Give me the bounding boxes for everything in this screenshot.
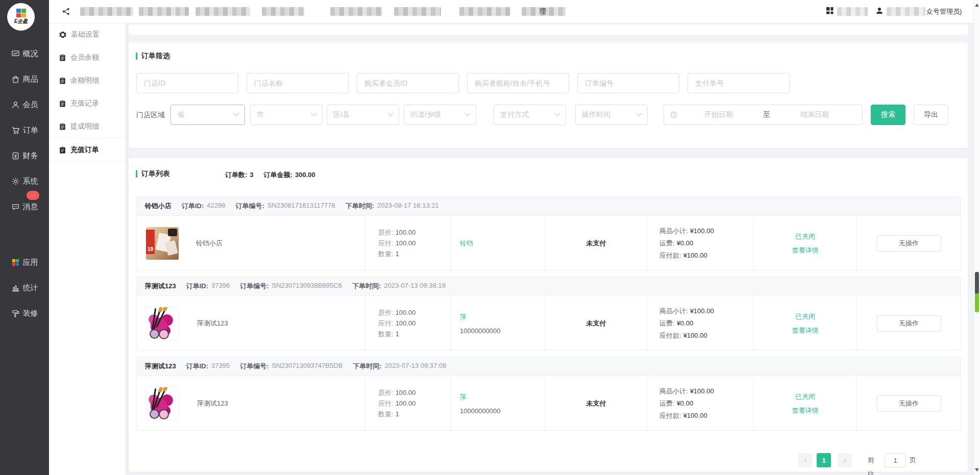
share-icon[interactable] (62, 8, 70, 15)
no-operation-button[interactable]: 无操作 (877, 315, 941, 332)
payment-method-placeholder: 支付方式 (500, 110, 529, 119)
buyer-name[interactable]: 铃铛 (460, 239, 545, 248)
action-cell: 无操作 (856, 376, 961, 431)
submenu-item-basic-settings[interactable]: 基础设置 (49, 23, 126, 46)
goto-page-input[interactable] (885, 453, 906, 467)
sidebar-item-overview[interactable]: 概况 (0, 41, 49, 66)
scrollbar-thumb-highlight[interactable] (975, 293, 979, 312)
account-name-censored[interactable] (887, 7, 925, 16)
apps-icon (11, 258, 20, 267)
submenu-item-recharge-orders[interactable]: 充值订单 (49, 138, 126, 162)
buyer-name-phone-input[interactable] (467, 73, 569, 93)
submenu-item-commission-detail[interactable]: 提成明细 (49, 115, 126, 138)
pay-status: 未支付 (586, 319, 606, 328)
payment-sn-input[interactable] (688, 73, 790, 93)
order-sn: 订单编号:SN2307130938B695C6 (240, 282, 342, 291)
tab-censored-4[interactable] (262, 7, 304, 16)
tab-text-fragment: 理 (539, 7, 546, 16)
sidebar-item-goods[interactable]: 商品 (0, 66, 49, 92)
product-name: 铃铛小店 (196, 239, 223, 248)
scroll-down-arrow[interactable] (975, 468, 979, 471)
order-sn: 订单编号:SN2308171613117778 (236, 202, 335, 211)
sidebar-item-members[interactable]: 会员 (0, 92, 49, 117)
district-select[interactable]: 区/县 (327, 105, 399, 125)
operation-time-placeholder: 操作时间 (582, 110, 610, 119)
end-date-placeholder: 结束日期 (773, 110, 856, 119)
chevron-down-icon (554, 111, 560, 116)
order-row: 铃铛小店 订单ID:42298 订单编号:SN2308171613117778 … (136, 196, 961, 270)
prev-page-button[interactable]: ‹ (798, 453, 813, 467)
submenu-item-balance-detail[interactable]: 余额明细 (49, 69, 126, 92)
order-id: 订单ID:42298 (182, 202, 226, 211)
scrollbar-thumb[interactable] (975, 272, 979, 293)
pay-status: 未支付 (586, 239, 606, 248)
buyer-member-id-input[interactable] (357, 73, 459, 93)
current-page-button[interactable]: 1 (817, 453, 831, 467)
scrollbar[interactable] (973, 0, 980, 475)
province-select-placeholder: 省 (177, 110, 184, 119)
street-select[interactable]: 街道/乡镇 (404, 105, 476, 125)
submenu-item-label: 充值记录 (70, 99, 99, 108)
buyer-name[interactable]: 萍 (460, 313, 545, 322)
finance-icon (11, 152, 20, 160)
sidebar-item-design[interactable]: 装修 (0, 301, 49, 326)
tab-censored-7[interactable] (459, 7, 510, 16)
pay-status-cell: 未支付 (545, 296, 647, 351)
tab-censored-3[interactable] (195, 7, 250, 16)
finance-submenu: 基础设置 会员余额 余额明细 充值记录 提成明细 充值订单 (49, 23, 126, 475)
tab-censored-2[interactable] (139, 7, 189, 16)
avatar-icon[interactable] (876, 7, 883, 14)
province-select[interactable]: 省 (170, 105, 245, 125)
logo-text: E企盈 (14, 18, 28, 25)
buyer-name[interactable]: 萍 (460, 393, 545, 402)
tab-censored-5[interactable] (330, 7, 382, 16)
city-select[interactable]: 市 (250, 105, 323, 125)
no-operation-button[interactable]: 无操作 (877, 235, 941, 252)
orders-section-title: 订单列表 (136, 169, 170, 179)
chevron-down-icon (311, 111, 316, 116)
store-id-input[interactable] (136, 73, 238, 93)
sidebar-item-label: 装修 (23, 309, 38, 318)
recharge-orders-page: E企盈 概况 商品 会员 订单 财务 系统 消息 ... (0, 0, 980, 475)
sidebar-item-messages[interactable]: 消息 ... (0, 194, 49, 219)
bar-chart-icon (11, 284, 20, 292)
sidebar-item-apps[interactable]: 应用 (0, 249, 49, 275)
tab-censored-1[interactable] (80, 7, 133, 16)
sidebar-item-orders[interactable]: 订单 (0, 117, 49, 143)
chevron-down-icon (387, 111, 393, 116)
scrolled-card-remnant (129, 24, 968, 35)
date-range-picker[interactable]: 开始日期 至 结束日期 (664, 105, 863, 125)
product-image (146, 307, 180, 340)
app-logo[interactable]: E企盈 (7, 3, 35, 31)
grid-menu-icon[interactable] (826, 7, 834, 15)
view-detail-link[interactable]: 查看详情 (792, 246, 819, 255)
status-cell: 已关闭 查看详情 (753, 376, 856, 431)
sidebar-item-statistics[interactable]: 统计 (0, 275, 49, 301)
product-cell: 19 铃铛小店 (137, 216, 364, 271)
mall-name-censored[interactable] (837, 7, 868, 16)
order-sn-input[interactable] (577, 73, 679, 93)
order-header: 萍测试123 订单ID:37395 订单编号:SN230713093747B5D… (137, 357, 961, 376)
search-button[interactable]: 搜索 (871, 105, 905, 125)
section-accent-bar (136, 170, 137, 178)
next-page-button[interactable]: › (838, 453, 852, 467)
region-label: 门店区域 (136, 105, 165, 125)
operation-time-select[interactable]: 操作时间 (575, 105, 648, 125)
sidebar-item-finance[interactable]: 财务 (0, 143, 49, 168)
order-row: 萍测试123 订单ID:37395 订单编号:SN230713093747B5D… (136, 357, 961, 431)
scroll-up-arrow[interactable] (975, 4, 979, 7)
view-detail-link[interactable]: 查看详情 (792, 326, 819, 335)
sidebar-item-label: 订单 (23, 126, 38, 135)
payment-method-select[interactable]: 支付方式 (494, 105, 566, 125)
submenu-item-recharge-records[interactable]: 充值记录 (49, 92, 126, 115)
order-body: 19 铃铛小店 原价:100.00 应付:100.00 数量:1 铃铛 未支付 (137, 216, 961, 271)
view-detail-link[interactable]: 查看详情 (792, 406, 819, 415)
submenu-item-member-balance[interactable]: 会员余额 (49, 46, 126, 69)
export-button[interactable]: 导出 (914, 105, 948, 125)
no-operation-button[interactable]: 无操作 (877, 395, 941, 412)
store-name-input[interactable] (247, 73, 349, 93)
sidebar-item-system[interactable]: 系统 (0, 168, 49, 194)
tab-censored-6[interactable] (394, 7, 441, 16)
order-id: 订单ID:37396 (186, 282, 230, 291)
page-unit-label: 页 (910, 453, 916, 467)
